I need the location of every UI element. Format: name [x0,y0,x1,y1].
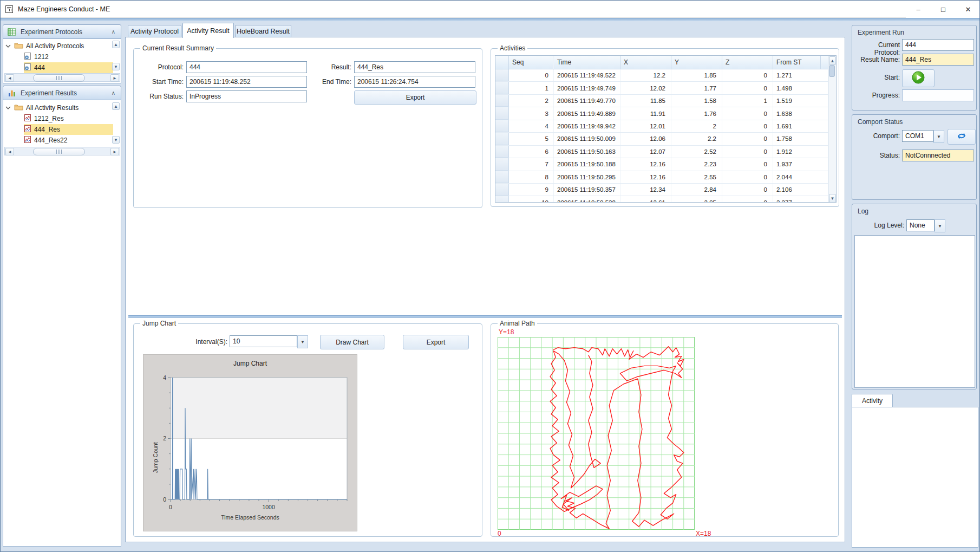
row-header-cell[interactable] [495,95,509,107]
scroll-down-icon[interactable]: ▼ [829,194,836,203]
start-button[interactable] [902,69,935,87]
horizontal-splitter[interactable] [128,315,842,318]
row-header-cell[interactable] [495,171,509,183]
close-button[interactable]: ✕ [956,1,980,18]
table-row[interactable]: 4200615 11:19:49.94212.01201.691 [495,120,836,133]
tree-node-all-activity-results[interactable]: All Activity Results [5,102,79,113]
tab-activity-result[interactable]: Activity Result [182,23,234,38]
row-header-cell[interactable] [495,107,509,119]
tree-node-all-activity-protocols[interactable]: All Activity Protocols [5,41,84,51]
scroll-up-icon[interactable]: ▲ [829,56,836,65]
tab-activity-protocol[interactable]: Activity Protocol [128,25,181,37]
tab-holeboard-result[interactable]: HoleBoard Result [235,25,291,37]
scroll-left-icon[interactable]: ◄ [5,148,14,155]
protocols-hscrollbar[interactable]: ◄ ► [4,73,120,82]
protocol-input[interactable] [186,61,307,73]
vscroll-thumb[interactable] [829,65,835,77]
column-header-z[interactable]: Z [722,56,773,69]
tree-item-444-res22[interactable]: 444_Res22 [24,135,67,146]
hscroll-thumb[interactable] [33,74,85,82]
table-row[interactable]: 3200615 11:19:49.88911.911.7601.638 [495,107,836,120]
scroll-right-icon[interactable]: ► [110,148,119,155]
table-row[interactable]: 10200615 11:19:50.52812.612.9502.277 [495,196,836,203]
tab-activity[interactable]: Activity [852,394,893,407]
end-time-input[interactable] [354,76,475,88]
hscroll-thumb[interactable] [33,148,85,155]
row-header-cell[interactable] [495,69,509,81]
protocols-panel-header[interactable]: Experiment Protocols ∧ [3,24,121,39]
scroll-right-icon[interactable]: ► [110,74,119,82]
row-header-cell[interactable] [495,184,509,196]
result-chart-icon [24,135,31,145]
row-header-cell[interactable] [495,146,509,158]
scroll-down-icon[interactable]: ▼ [112,136,120,144]
status-input[interactable] [902,150,974,161]
result-input[interactable] [354,61,475,73]
maximize-button[interactable]: □ [931,1,956,18]
comport-combobox[interactable] [902,130,933,142]
combo-dropdown-icon[interactable]: ▼ [933,130,944,143]
table-row[interactable]: 5200615 11:19:50.00912.062.201.758 [495,133,836,145]
tree-item-1212-res[interactable]: 1212_Res [24,113,64,124]
table-row[interactable]: 8200615 11:19:50.29512.162.5502.044 [495,171,836,184]
combo-dropdown-icon[interactable]: ▼ [297,335,308,348]
log-output-area[interactable] [854,235,975,388]
column-header-y[interactable]: Y [671,56,722,69]
collapse-chevron-icon[interactable]: ∧ [112,90,115,96]
interval-combobox[interactable] [230,335,297,347]
table-row[interactable]: 1200615 11:19:49.74912.021.7701.498 [495,82,836,94]
table-cell: 1.519 [773,95,828,107]
row-header-cell [495,56,509,69]
table-row[interactable]: 7200615 11:19:50.18812.162.2301.937 [495,158,836,171]
expander-chevron-icon[interactable] [5,42,11,50]
row-header-cell[interactable] [495,133,509,145]
group-title: Animal Path [498,320,537,327]
table-cell: 12.01 [620,120,671,132]
jump-export-button[interactable]: Export [403,335,469,349]
row-header-cell[interactable] [495,196,509,203]
table-cell: 2.277 [773,196,828,203]
current-protocol-input[interactable] [902,39,974,51]
column-header-x[interactable]: X [620,56,671,69]
minimize-button[interactable]: – [906,1,931,18]
row-header-cell[interactable] [495,82,509,94]
panel-title: Comport Status [858,118,903,126]
tree-node-label: All Activity Results [26,104,79,112]
scroll-up-icon[interactable]: ▲ [112,41,120,48]
table-cell: 0 [722,171,773,183]
activities-vscrollbar[interactable]: ▲ ▼ [828,56,836,203]
expander-chevron-icon[interactable] [5,104,11,112]
start-time-input[interactable] [186,76,307,88]
results-hscrollbar[interactable]: ◄ ► [4,147,120,155]
table-row[interactable]: 0200615 11:19:49.52212.21.8501.271 [495,69,836,82]
start-time-label: Start Time: [135,78,184,86]
table-row[interactable]: 6200615 11:19:50.16312.072.5201.912 [495,146,836,158]
tree-item-444-res-selected[interactable]: 444_Res [24,124,113,135]
table-row[interactable]: 9200615 11:19:50.35712.342.8402.106 [495,184,836,196]
collapse-chevron-icon[interactable]: ∧ [112,29,115,35]
activities-grid-header: Seq Time X Y Z From ST [495,56,836,69]
tree-item-1212[interactable]: 1212 [24,51,49,62]
combo-dropdown-icon[interactable]: ▼ [935,219,945,232]
column-header-seq[interactable]: Seq [509,56,554,69]
draw-chart-button[interactable]: Draw Chart [320,335,384,349]
protocols-tree: All Activity Protocols 1212 444 ▲ ▼ ◄ ► [3,39,121,83]
animal-path-group: Animal Path Y=18 0 X=18 [491,323,839,537]
table-cell: 1.271 [773,69,828,81]
tree-item-444-selected[interactable]: 444 [24,62,113,73]
row-header-cell[interactable] [495,120,509,132]
column-header-time[interactable]: Time [554,56,620,69]
results-panel-header[interactable]: Experiment Results ∧ [3,86,121,100]
scroll-down-icon[interactable]: ▼ [112,63,120,70]
app-icon [5,4,15,14]
log-level-combobox[interactable] [906,219,935,231]
refresh-comports-button[interactable] [948,129,976,145]
scroll-up-icon[interactable]: ▲ [112,102,120,110]
column-header-from-st[interactable]: From ST [773,56,821,69]
table-row[interactable]: 2200615 11:19:49.77011.851.5811.519 [495,95,836,107]
row-header-cell[interactable] [495,158,509,170]
result-name-input[interactable] [902,54,974,66]
run-status-input[interactable] [186,90,307,102]
summary-export-button[interactable]: Export [354,90,476,105]
scroll-left-icon[interactable]: ◄ [5,74,14,82]
